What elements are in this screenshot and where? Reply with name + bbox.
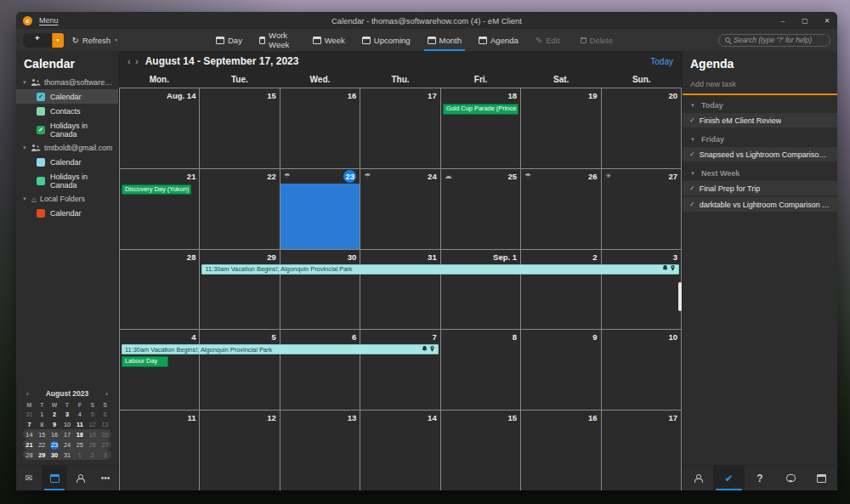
close-button[interactable]: ✕ (817, 13, 837, 28)
maximize-button[interactable]: ▢ (795, 13, 815, 28)
agenda-task-final-prep-for-trip[interactable]: ✓Final Prep for Trip (683, 181, 837, 195)
dock-tasks-tab[interactable]: ✔ (713, 466, 744, 490)
agenda-task-darktable-vs-lightroom-compari[interactable]: ✓darktable vs Lightroom Comparison Artic… (683, 197, 837, 212)
mini-day[interactable]: 24 (61, 439, 74, 450)
mini-next-month-button[interactable]: › (105, 390, 108, 398)
mini-day[interactable]: 13 (99, 419, 111, 429)
mini-day[interactable]: 20 (99, 429, 111, 439)
account-row-tmtboldt-gmail-com[interactable]: ▼tmtboldt@gmail.com (16, 141, 118, 155)
dock-mail-tab[interactable]: ✉ (16, 466, 42, 490)
day-cell-9[interactable]: 9 (521, 330, 601, 410)
mini-day[interactable]: 29 (36, 450, 48, 460)
day-cell-16[interactable]: 16 (521, 411, 601, 490)
day-cell-25[interactable]: ☁25 (441, 169, 521, 249)
event-labour-day[interactable]: Labour Day (122, 356, 168, 367)
mini-day[interactable]: 27 (99, 439, 111, 450)
tab-work-week[interactable]: Work Week (252, 29, 303, 51)
mini-day[interactable]: 10 (61, 419, 74, 429)
day-cell-17[interactable]: 17 (360, 88, 440, 168)
menu-button[interactable]: Menu (39, 16, 59, 25)
mini-day[interactable]: 16 (48, 429, 61, 439)
day-cell-28[interactable]: 28 (120, 250, 200, 330)
day-cell-sep-1[interactable]: Sep. 1 (441, 250, 521, 330)
dock-help-tab[interactable]: ? (745, 466, 775, 490)
calendar-checkbox[interactable]: ✓ (37, 93, 45, 101)
tab-agenda[interactable]: Agenda (472, 29, 525, 51)
mini-day[interactable]: 31 (23, 409, 36, 419)
dock-more-tab[interactable]: ••• (93, 466, 118, 490)
account-row-thomas-softwarehow-com[interactable]: ▼thomas@softwarehow.com (16, 76, 118, 89)
day-cell-7[interactable]: 7 (360, 330, 440, 410)
mini-prev-month-button[interactable]: ‹ (26, 390, 29, 398)
mini-day[interactable]: 5 (86, 409, 99, 419)
day-cell-13[interactable]: 13 (280, 411, 360, 490)
day-cell-21[interactable]: 21Discovery Day (Yukon) (120, 169, 200, 249)
day-cell-26[interactable]: ☂26 (521, 169, 601, 249)
agenda-task-snapseed-vs-lightroom-comparis[interactable]: ✓Snapseed vs Lightroom Comparison Articl… (683, 147, 837, 161)
mini-day[interactable]: 8 (36, 419, 48, 429)
day-cell-19[interactable]: 19 (521, 88, 601, 168)
event-banner-11-30am-vacation-begins-a[interactable]: 11:30am Vacation Begins!; Algonquin Prov… (122, 344, 439, 354)
task-check-icon[interactable]: ✓ (689, 150, 695, 158)
mini-day[interactable]: 2 (86, 450, 99, 460)
sidebar-item-contacts[interactable]: Contacts (16, 104, 118, 118)
day-cell-11[interactable]: 11 (120, 411, 200, 490)
day-cell-31[interactable]: 31 (360, 250, 440, 330)
edit-button[interactable]: ✎Edit (529, 29, 567, 51)
mini-day[interactable]: 15 (36, 429, 48, 439)
agenda-section-next-week[interactable]: ▼Next Week (683, 163, 837, 181)
mini-day[interactable]: 1 (36, 409, 48, 419)
dock-calendar-tab[interactable] (42, 466, 67, 490)
day-cell-15[interactable]: 15 (441, 411, 521, 490)
mini-day[interactable]: 17 (61, 429, 74, 439)
agenda-task-finish-em-client-review[interactable]: ✓Finish eM Client Review (683, 113, 837, 127)
calendar-checkbox[interactable] (37, 158, 45, 167)
day-cell-2[interactable]: 2 (521, 250, 601, 330)
dock-contacts-tab[interactable] (67, 466, 93, 490)
add-new-task-input[interactable]: Add new task (683, 76, 837, 95)
delete-button[interactable]: Delete (570, 29, 620, 51)
day-cell-5[interactable]: 5 (200, 330, 280, 410)
mini-day[interactable]: 3 (99, 450, 111, 460)
event-banner-11-30am-vacation-begins-a[interactable]: 11:30am Vacation Begins!; Algonquin Prov… (201, 264, 679, 275)
day-cell-6[interactable]: 6 (280, 330, 360, 410)
event-discovery-day-yukon-[interactable]: Discovery Day (Yukon) (122, 184, 191, 195)
day-cell-10[interactable]: 10 (602, 330, 682, 410)
mini-day[interactable]: 22 (36, 439, 48, 450)
prev-range-button[interactable]: ‹ (128, 57, 130, 66)
agenda-section-friday[interactable]: ▼Friday (683, 129, 837, 147)
day-cell-14[interactable]: 14 (360, 411, 440, 490)
tab-upcoming[interactable]: Upcoming (355, 29, 417, 51)
today-button[interactable]: Today (650, 57, 673, 66)
sidebar-item-holidays-in-canada[interactable]: Holidays in Canada (16, 169, 118, 192)
next-range-button[interactable]: › (135, 57, 138, 66)
calendar-checkbox[interactable] (37, 177, 45, 185)
dock-chat-tab[interactable] (775, 466, 806, 490)
mini-day[interactable]: 6 (99, 409, 111, 419)
account-row-local-folders[interactable]: ▼⌂Local Folders (16, 192, 118, 206)
day-cell-18[interactable]: 18Gold Cup Parade (Prince Edw... (441, 88, 521, 168)
agenda-section-today[interactable]: ▼Today (683, 95, 837, 113)
task-check-icon[interactable]: ✓ (689, 184, 695, 192)
task-check-icon[interactable]: ✓ (689, 116, 695, 124)
day-cell-30[interactable]: 30 (280, 250, 360, 330)
mini-day[interactable]: 25 (73, 439, 86, 450)
sidebar-item-calendar[interactable]: ✓Calendar (16, 89, 118, 104)
mini-day[interactable]: 28 (23, 450, 36, 460)
calendar-checkbox[interactable] (37, 107, 45, 116)
sidebar-item-holidays-in-canada[interactable]: ✓Holidays in Canada (16, 118, 118, 141)
mini-day[interactable]: 18 (73, 429, 86, 439)
mini-day[interactable]: 11 (73, 419, 86, 429)
calendar-checkbox[interactable]: ✓ (37, 126, 45, 134)
day-cell-16[interactable]: 16 (280, 88, 360, 168)
day-cell-27[interactable]: ☀27 (602, 169, 682, 249)
search-input[interactable]: Search (type '?' for help) (718, 34, 830, 47)
mini-day[interactable]: 9 (48, 419, 61, 429)
tab-day[interactable]: Day (209, 29, 249, 51)
scrollbar[interactable] (677, 88, 682, 490)
day-cell-17[interactable]: 17 (602, 411, 682, 490)
mini-day[interactable]: 14 (23, 429, 36, 439)
chevron-down-icon[interactable]: ▼ (22, 145, 28, 150)
scrollbar-thumb[interactable] (678, 282, 682, 311)
day-cell-15[interactable]: 15 (200, 88, 280, 168)
